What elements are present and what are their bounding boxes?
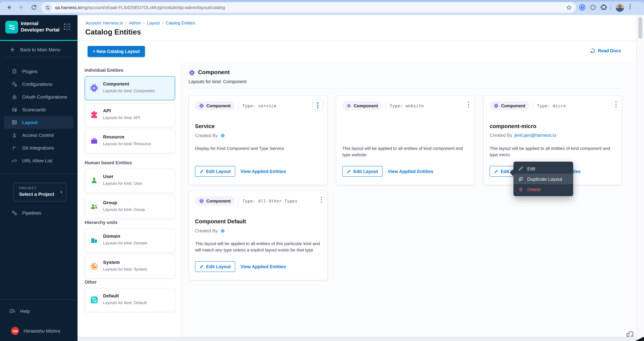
card-context-menu: Edit Duplicate Layout Delete	[514, 162, 573, 196]
sidebar-item-url-allow-list[interactable]: URL Allow List	[4, 154, 74, 167]
component-icon	[494, 103, 499, 108]
kind-card-resource[interactable]: Resource Layouts for kind: Resource	[84, 129, 175, 153]
edit-layout-button[interactable]: Edit Layout	[342, 166, 382, 177]
sidebar-item-plugins[interactable]: Plugins	[4, 65, 74, 78]
screen-corner-artifact	[635, 337, 644, 341]
address-bar[interactable]: qa.harness.io/ng/account/zEaak-FLS425IEO…	[42, 2, 576, 13]
kind-name: System	[103, 260, 120, 265]
edit-layout-button[interactable]: Edit Layout	[195, 166, 235, 177]
module-grid-icon[interactable]	[64, 23, 70, 30]
browser-reload-icon[interactable]	[31, 4, 37, 10]
teal-rule	[0, 40, 78, 41]
scrollbar[interactable]	[636, 15, 644, 341]
type-label: Type: micro	[537, 103, 566, 108]
card-menu-button[interactable]	[312, 100, 323, 111]
password-manager-extension-icon[interactable]	[578, 4, 586, 11]
sidebar-item-oauth-configurations[interactable]: OAuth Configurations	[4, 90, 74, 103]
domain-icon	[90, 236, 99, 245]
kind-desc: Layouts for kind: Default	[103, 301, 146, 305]
kind-card-system[interactable]: System Layouts for kind: System	[84, 255, 175, 279]
sidebar-item-pipelines[interactable]: Pipelines	[4, 207, 74, 219]
idp-logo-icon[interactable]	[5, 21, 18, 33]
new-catalog-layout-button[interactable]: + New Catalog Layout	[88, 46, 145, 57]
layouts-pane: Component Layouts for kind: Component Co…	[182, 62, 636, 337]
browser-forward-icon[interactable]	[18, 4, 24, 10]
browser-profile-avatar[interactable]	[616, 3, 624, 12]
breadcrumb-admin[interactable]: Admin	[129, 21, 141, 25]
spinner-extension-icon[interactable]	[590, 4, 596, 11]
kind-name: Group	[103, 200, 117, 205]
new-catalog-layout-label: + New Catalog Layout	[92, 49, 140, 54]
user-name: Himanshu Mishra	[24, 328, 60, 334]
back-to-main-menu[interactable]: Back to Main Menu	[0, 44, 78, 55]
kind-name: Default	[103, 293, 119, 299]
type-label: Type: website	[390, 103, 424, 108]
chat-help-icon[interactable]	[626, 329, 634, 338]
bookmark-star-icon[interactable]	[566, 5, 572, 10]
system-icon	[90, 262, 99, 271]
kind-card-api[interactable]: API Layouts for kind: API	[84, 103, 175, 127]
sidebar-item-layout[interactable]: Layout	[4, 116, 74, 129]
card-menu-button[interactable]	[321, 197, 322, 203]
edit-layout-button[interactable]: Edit Layout	[195, 261, 235, 272]
read-docs-icon	[590, 48, 595, 54]
kind-card-default[interactable]: Default Layouts for kind: Default	[84, 288, 175, 312]
resource-icon	[90, 136, 99, 146]
card-menu-button[interactable]	[468, 102, 469, 107]
divider	[188, 88, 622, 88]
kind-card-group[interactable]: Group Layouts for kind: Group	[84, 195, 175, 219]
content-area: Individual Entities Component Layouts fo…	[78, 62, 636, 337]
created-by-email-link[interactable]: jenil.jain@harness.io	[514, 133, 556, 138]
edit-layout-label: Edit Layout	[206, 264, 231, 269]
extensions-puzzle-icon[interactable]	[600, 4, 607, 11]
kind-card-domain[interactable]: Domain Layouts for kind: Domain	[84, 228, 175, 253]
breadcrumb-catalog-entities[interactable]: Catalog Entities	[166, 21, 195, 25]
context-menu-duplicate-layout[interactable]: Duplicate Layout	[514, 174, 573, 184]
context-menu-edit-label: Edit	[527, 166, 535, 171]
user-icon	[90, 176, 99, 185]
breadcrumb-layout[interactable]: Layout	[147, 21, 160, 25]
user-menu[interactable]: HM Himanshu Mishra	[0, 324, 78, 338]
view-applied-entities-link[interactable]: View Applied Entities	[240, 264, 286, 269]
kind-name: User	[103, 174, 114, 179]
chrome-separator	[610, 4, 611, 10]
layout-description: This layout will be applied to all entit…	[195, 240, 321, 253]
created-by-label: Created By	[490, 133, 512, 138]
sidebar-item-git-integrations[interactable]: Git Integrations	[4, 141, 74, 154]
component-icon	[90, 83, 99, 92]
sidebar-item-access-control[interactable]: Access Control	[4, 129, 74, 141]
site-settings-icon[interactable]	[44, 3, 52, 11]
user-avatar[interactable]: HM	[11, 327, 19, 335]
pencil-icon	[199, 169, 204, 174]
context-menu-delete[interactable]: Delete	[514, 184, 573, 194]
scrollbar-thumb[interactable]	[638, 17, 642, 38]
sidebar-item-label: Git Integrations	[22, 145, 54, 151]
layout-title: Service	[195, 123, 214, 129]
project-selector[interactable]: PROJECT Select a Project ›	[14, 183, 66, 202]
component-icon	[199, 199, 204, 204]
kind-card-user[interactable]: User Layouts for kind: User	[84, 169, 175, 193]
read-docs-link[interactable]: Read Docs	[590, 48, 621, 54]
sidebar-item-label: Scorecards	[22, 107, 46, 112]
url-text[interactable]: qa.harness.io/ng/account/zEaak-FLS425IEO…	[55, 5, 566, 10]
breadcrumb-account[interactable]: Account: Harness.io	[86, 21, 123, 25]
section-heading: Hierarchy units	[84, 220, 118, 225]
sidebar-item-help[interactable]: ? Help	[0, 306, 78, 317]
divider	[0, 300, 78, 300]
sidebar-item-scorecards[interactable]: Scorecards	[4, 103, 74, 116]
browser-menu-icon[interactable]	[630, 4, 631, 9]
kind-name: API	[103, 108, 111, 113]
layout-title: Component Default	[195, 218, 246, 225]
view-applied-entities-link[interactable]: View Applied Entities	[388, 169, 434, 174]
sidebar-item-configurations[interactable]: Configurations	[4, 78, 74, 90]
browser-back-icon[interactable]	[6, 4, 12, 10]
kind-desc: Layouts for kind: API	[103, 115, 140, 120]
context-menu-delete-label: Delete	[527, 187, 541, 192]
view-applied-entities-link[interactable]: View Applied Entities	[240, 169, 286, 174]
kind-card-component[interactable]: Component Layouts for kind: Component	[84, 76, 175, 100]
card-menu-button[interactable]	[615, 102, 616, 107]
layout-card-service: Component Type: service Service Created …	[188, 95, 328, 185]
context-menu-edit[interactable]: Edit	[514, 163, 573, 174]
project-value: Select a Project	[19, 191, 54, 197]
read-docs-label: Read Docs	[598, 48, 621, 53]
